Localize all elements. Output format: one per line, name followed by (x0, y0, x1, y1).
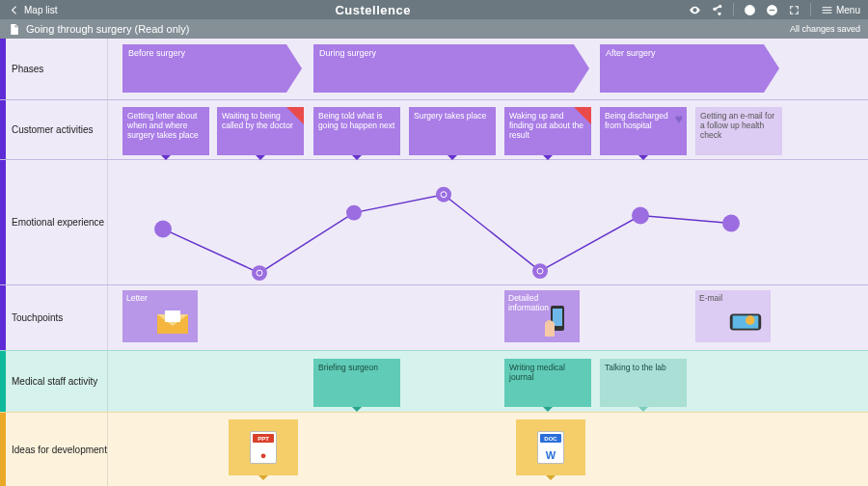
hamburger-icon (821, 4, 833, 16)
emotion-point[interactable] (252, 265, 267, 281)
envelope-icon (153, 306, 192, 338)
lane-label-medstaff: Medical staff activity (6, 351, 108, 412)
svg-point-9 (746, 315, 755, 325)
phase-card[interactable]: During surgery (313, 44, 574, 93)
phase-card[interactable]: After surgery (600, 44, 764, 93)
touchpoint-card[interactable]: E-mail (695, 290, 771, 342)
touchpoint-card[interactable]: Detailed information (504, 290, 580, 342)
lane-medstaff: Medical staff activity Briefing surgeonW… (0, 351, 868, 413)
plus-circle-icon[interactable] (744, 4, 756, 16)
arrow-left-icon (8, 4, 20, 16)
emotion-chart (108, 160, 868, 284)
back-button[interactable]: Map list (8, 4, 57, 16)
document-icon (8, 23, 20, 36)
activity-card[interactable]: Being told what is going to happen next (313, 107, 400, 155)
file-doc-icon: DOCW (537, 431, 564, 464)
minus-circle-icon[interactable] (766, 4, 778, 16)
svg-rect-8 (733, 315, 759, 328)
share-icon[interactable] (711, 4, 723, 16)
medstaff-card[interactable]: Talking to the lab (600, 359, 687, 407)
emotion-point[interactable] (346, 205, 362, 221)
map-title: Going through surgery (Read only) (26, 23, 189, 35)
eye-icon[interactable] (689, 4, 701, 16)
activity-card[interactable]: Getting letter about when and where surg… (122, 107, 209, 155)
subbar: Going through surgery (Read only) All ch… (0, 19, 868, 39)
phone-hand-icon (535, 306, 574, 338)
emotion-point[interactable] (632, 207, 649, 225)
expand-icon[interactable] (788, 4, 800, 16)
lane-label-emotion: Emotional experience (6, 160, 108, 284)
activity-card[interactable]: Waiting to being called by the doctor (217, 107, 304, 155)
lane-activities: Customer activities Getting letter about… (0, 100, 868, 160)
idea-card[interactable]: DOCW (516, 419, 585, 475)
new-badge-icon (574, 107, 591, 124)
activity-card[interactable]: Getting an e-mail for a follow up health… (695, 107, 782, 155)
emotion-point[interactable] (154, 221, 172, 238)
menu-label: Menu (836, 5, 860, 15)
activity-card[interactable]: Surgery takes place (409, 107, 496, 155)
lane-phases: Phases Before surgeryDuring surgeryAfter… (0, 39, 868, 100)
menu-button[interactable]: Menu (821, 4, 860, 16)
lane-emotion: Emotional experience (0, 160, 868, 285)
idea-card[interactable]: PPT● (229, 419, 298, 475)
phase-card[interactable]: Before surgery (122, 44, 286, 93)
emotion-point[interactable] (722, 215, 740, 232)
back-label: Map list (24, 5, 57, 15)
emotion-point[interactable] (532, 263, 548, 279)
journey-canvas: Phases Before surgeryDuring surgeryAfter… (0, 39, 868, 486)
lane-label-phases: Phases (6, 39, 108, 99)
lane-label-ideas: Ideas for development (6, 413, 108, 486)
touchpoint-card[interactable]: Letter (122, 290, 198, 342)
topbar: Map list Custellence Menu (0, 0, 868, 19)
svg-rect-4 (165, 310, 180, 322)
activity-card[interactable]: Waking up and finding out about the resu… (504, 107, 591, 155)
phone-bubble-icon (726, 306, 765, 338)
heart-icon: ♥ (675, 111, 683, 127)
medstaff-card[interactable]: Briefing surgeon (313, 359, 400, 407)
lane-touchpoints: Touchpoints LetterDetailed informationE-… (0, 285, 868, 351)
brand-logo: Custellence (335, 3, 410, 17)
emotion-point[interactable] (436, 187, 451, 202)
new-badge-icon (286, 107, 304, 124)
file-ppt-icon: PPT● (250, 431, 277, 464)
save-status: All changes saved (790, 24, 860, 34)
lane-label-activities: Customer activities (6, 100, 108, 159)
medstaff-card[interactable]: Writing medical journal (504, 359, 591, 407)
activity-card[interactable]: Being discharged from hospital♥ (600, 107, 687, 155)
lane-ideas: Ideas for development PPT●DOCW (0, 413, 868, 486)
lane-label-touchpoints: Touchpoints (6, 285, 108, 350)
